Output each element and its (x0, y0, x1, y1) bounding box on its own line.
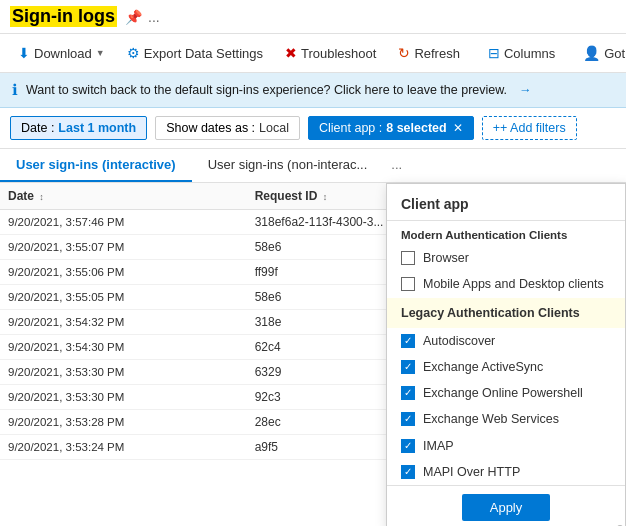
cell-date: 9/20/2021, 3:53:24 PM (0, 435, 247, 460)
legacy-item-label: IMAP (423, 438, 454, 454)
page-title: Sign-in logs (10, 6, 117, 27)
add-filter-icon: + (493, 121, 500, 135)
legacy-auth-item[interactable]: Exchange Web Services (387, 406, 625, 432)
download-icon: ⬇ (18, 45, 30, 61)
legacy-auth-item[interactable]: IMAP (387, 433, 625, 459)
export-data-button[interactable]: ⚙ Export Data Settings (117, 40, 273, 66)
legacy-auth-item[interactable]: Autodiscover (387, 328, 625, 354)
columns-icon: ⊟ (488, 45, 500, 61)
refresh-button[interactable]: ↻ Refresh (388, 40, 470, 66)
more-icon[interactable]: ... (148, 9, 160, 25)
main-area: Date ↕ Request ID ↕ User Status (0, 183, 626, 460)
client-app-filter-close-icon[interactable]: ✕ (453, 121, 463, 135)
cell-date: 9/20/2021, 3:53:30 PM (0, 385, 247, 410)
modern-auth-label: Modern Authentication Clients (387, 221, 625, 245)
panel-header: Client app (387, 184, 625, 221)
cell-date: 9/20/2021, 3:55:05 PM (0, 285, 247, 310)
title-bar: Sign-in logs 📌 ... (0, 0, 626, 34)
tab-interactive[interactable]: User sign-ins (interactive) (0, 149, 192, 182)
troubleshoot-button[interactable]: ✖ Troubleshoot (275, 40, 386, 66)
download-button[interactable]: ⬇ Download ▼ (8, 40, 115, 66)
checkbox-legacy-2[interactable] (401, 386, 415, 400)
info-link[interactable]: → (519, 83, 532, 97)
legacy-item-label: Exchange ActiveSync (423, 359, 543, 375)
legacy-item-label: MAPI Over HTTP (423, 464, 520, 480)
cell-date: 9/20/2021, 3:53:30 PM (0, 360, 247, 385)
panel-footer: Apply (387, 485, 625, 526)
checkbox-legacy-3[interactable] (401, 412, 415, 426)
col-header-date[interactable]: Date ↕ (0, 183, 247, 210)
dropdown-arrow-icon: ▼ (96, 48, 105, 58)
tab-more[interactable]: ... (383, 149, 410, 182)
client-app-filter-chip[interactable]: Client app : 8 selected ✕ (308, 116, 474, 140)
checkbox-legacy-0[interactable] (401, 334, 415, 348)
legacy-auth-item[interactable]: Exchange Online Powershell (387, 380, 625, 406)
cell-date: 9/20/2021, 3:54:32 PM (0, 310, 247, 335)
modern-item-label: Browser (423, 250, 469, 266)
cell-date: 9/20/2021, 3:54:30 PM (0, 335, 247, 360)
modern-item-label: Mobile Apps and Desktop clients (423, 276, 604, 292)
legacy-item-label: Autodiscover (423, 333, 495, 349)
checkbox-modern-0[interactable] (401, 251, 415, 265)
tabs: User sign-ins (interactive) User sign-in… (0, 149, 626, 183)
legacy-auth-label: Legacy Authentication Clients (401, 302, 611, 324)
legacy-item-label: Exchange Web Services (423, 411, 559, 427)
refresh-icon: ↻ (398, 45, 410, 61)
pin-icon[interactable]: 📌 (125, 9, 142, 25)
modern-auth-item[interactable]: Mobile Apps and Desktop clients (387, 271, 625, 297)
legacy-item-label: Exchange Online Powershell (423, 385, 583, 401)
got-icon: 👤 (583, 45, 600, 61)
checkbox-legacy-1[interactable] (401, 360, 415, 374)
legacy-auth-item[interactable]: MAPI Over HTTP (387, 459, 625, 485)
info-icon: ℹ (12, 81, 18, 99)
troubleshoot-icon: ✖ (285, 45, 297, 61)
add-filters-button[interactable]: + + Add filters (482, 116, 577, 140)
show-dates-filter-chip[interactable]: Show dates as : Local (155, 116, 300, 140)
checkbox-legacy-4[interactable] (401, 439, 415, 453)
cell-date: 9/20/2021, 3:57:46 PM (0, 210, 247, 235)
apply-button[interactable]: Apply (462, 494, 551, 521)
toolbar: ⬇ Download ▼ ⚙ Export Data Settings ✖ Tr… (0, 34, 626, 73)
client-app-panel: Client app Modern Authentication Clients… (386, 183, 626, 526)
columns-button[interactable]: ⊟ Columns (478, 40, 565, 66)
sort-icon-request[interactable]: ↕ (323, 192, 328, 202)
sort-icon-date[interactable]: ↕ (39, 192, 44, 202)
modern-auth-item[interactable]: Browser (387, 245, 625, 271)
export-icon: ⚙ (127, 45, 140, 61)
tab-non-interactive[interactable]: User sign-ins (non-interac... (192, 149, 384, 182)
filter-bar: Date : Last 1 month Show dates as : Loca… (0, 108, 626, 149)
checkbox-modern-1[interactable] (401, 277, 415, 291)
got-button[interactable]: 👤 Got fe (573, 40, 626, 66)
cell-date: 9/20/2021, 3:55:07 PM (0, 235, 247, 260)
checkbox-legacy-5[interactable] (401, 465, 415, 479)
date-filter-chip[interactable]: Date : Last 1 month (10, 116, 147, 140)
legacy-auth-item[interactable]: Exchange ActiveSync (387, 354, 625, 380)
cell-date: 9/20/2021, 3:55:06 PM (0, 260, 247, 285)
info-banner: ℹ Want to switch back to the default sig… (0, 73, 626, 108)
cell-date: 9/20/2021, 3:53:28 PM (0, 410, 247, 435)
